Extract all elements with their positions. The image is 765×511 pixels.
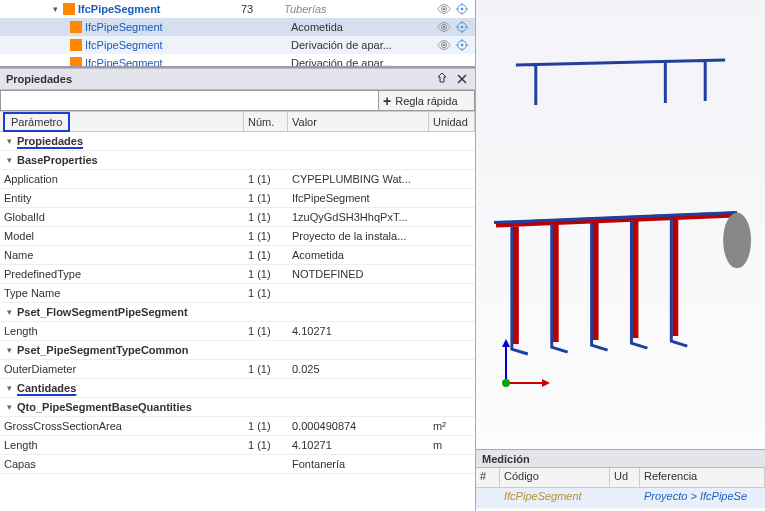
svg-point-23 xyxy=(723,213,751,269)
group-row-propiedades[interactable]: ▾Propiedades xyxy=(0,132,475,151)
tree-desc: Acometida xyxy=(291,21,434,33)
tree-row[interactable]: IfcPipeSegment Derivación de apar... xyxy=(0,54,475,68)
col-num-header[interactable]: Núm. xyxy=(244,112,288,131)
tree-panel: ▾ IfcPipeSegment 73 Tuberías IfcPipeSegm… xyxy=(0,0,475,68)
chevron-down-icon[interactable]: ▾ xyxy=(4,155,14,165)
prop-row[interactable]: Model 1 (1) Proyecto de la instala... xyxy=(0,227,475,246)
prop-row[interactable]: GlobalId 1 (1) 1zuQyGdSH3HhqPxT... xyxy=(0,208,475,227)
tree-label: IfcPipeSegment xyxy=(85,39,245,51)
properties-header: Parámetro Núm. Valor Unidad xyxy=(0,112,475,132)
col-hash[interactable]: # xyxy=(476,468,500,487)
tree-desc: Derivación de apar... xyxy=(291,39,434,51)
col-code[interactable]: Código xyxy=(500,468,610,487)
target-icon[interactable] xyxy=(455,38,469,52)
group-row-baseprops[interactable]: ▾BaseProperties xyxy=(0,151,475,170)
col-ref[interactable]: Referencia xyxy=(640,468,765,487)
chevron-down-icon[interactable]: ▾ xyxy=(4,402,14,412)
prop-row[interactable]: Name 1 (1) Acometida xyxy=(0,246,475,265)
col-val-header[interactable]: Valor xyxy=(288,112,429,131)
group-row-qtobase[interactable]: ▾Qto_PipeSegmentBaseQuantities xyxy=(0,398,475,417)
visibility-icon[interactable] xyxy=(437,20,451,34)
svg-marker-27 xyxy=(542,379,550,387)
group-row-psettype[interactable]: ▾Pset_PipeSegmentTypeCommon xyxy=(0,341,475,360)
tree-row[interactable]: IfcPipeSegment Acometida xyxy=(0,18,475,36)
entity-icon xyxy=(70,39,82,51)
filter-input[interactable] xyxy=(0,90,379,111)
tree-label: IfcPipeSegment xyxy=(85,57,245,68)
medicion-panel: Medición # Código Ud Referencia IfcPipeS… xyxy=(476,449,765,511)
panel-title: Propiedades xyxy=(6,73,72,85)
quick-rule-button[interactable]: + Regla rápida xyxy=(379,90,475,111)
svg-point-14 xyxy=(443,44,446,47)
close-icon[interactable] xyxy=(455,72,469,86)
axis-gizmo-icon xyxy=(492,337,552,397)
med-ref: Proyecto > IfcPipeSe xyxy=(640,488,765,508)
prop-row[interactable]: Type Name 1 (1) xyxy=(0,284,475,303)
prop-row[interactable]: Length 1 (1) 4.10271 m xyxy=(0,436,475,455)
prop-row[interactable]: Length 1 (1) 4.10271 xyxy=(0,322,475,341)
entity-icon xyxy=(70,57,82,68)
visibility-icon[interactable] xyxy=(437,38,451,52)
entity-icon xyxy=(70,21,82,33)
visibility-icon[interactable] xyxy=(437,2,451,16)
medicion-columns: # Código Ud Referencia xyxy=(476,468,765,488)
tree-row[interactable]: ▾ IfcPipeSegment 73 Tuberías xyxy=(0,0,475,18)
col-ud[interactable]: Ud xyxy=(610,468,640,487)
target-icon[interactable] xyxy=(455,2,469,16)
svg-point-9 xyxy=(461,26,464,29)
target-icon[interactable] xyxy=(455,20,469,34)
svg-point-2 xyxy=(461,8,464,11)
3d-viewport[interactable] xyxy=(476,0,765,449)
group-row-psetflow[interactable]: ▾Pset_FlowSegmentPipeSegment xyxy=(0,303,475,322)
col-param-header[interactable]: Parámetro xyxy=(3,112,70,132)
svg-marker-25 xyxy=(502,339,510,347)
medicion-row[interactable]: IfcPipeSegment Proyecto > IfcPipeSe xyxy=(476,488,765,508)
prop-row[interactable]: Application 1 (1) CYPEPLUMBING Wat... xyxy=(0,170,475,189)
tree-desc: Tuberías xyxy=(284,3,434,15)
prop-row[interactable]: PredefinedType 1 (1) NOTDEFINED xyxy=(0,265,475,284)
svg-point-0 xyxy=(443,8,446,11)
group-row-cantidades[interactable]: ▾Cantidades xyxy=(0,379,475,398)
expander-icon[interactable]: ▾ xyxy=(50,4,60,14)
tree-row[interactable]: IfcPipeSegment Derivación de apar... xyxy=(0,36,475,54)
dock-icon[interactable] xyxy=(435,72,449,86)
chevron-down-icon[interactable]: ▾ xyxy=(4,307,14,317)
tree-desc: Derivación de apar... xyxy=(291,57,475,68)
prop-row[interactable]: Entity 1 (1) IfcPipeSegment xyxy=(0,189,475,208)
prop-row[interactable]: GrossCrossSectionArea 1 (1) 0.000490874 … xyxy=(0,417,475,436)
tree-count: 73 xyxy=(241,3,281,15)
properties-panel-header: Propiedades xyxy=(0,68,475,90)
filter-row: + Regla rápida xyxy=(0,90,475,112)
svg-point-16 xyxy=(461,44,464,47)
tree-label: IfcPipeSegment xyxy=(78,3,238,15)
properties-table[interactable]: Parámetro Núm. Valor Unidad ▾Propiedades… xyxy=(0,112,475,511)
quick-rule-label: Regla rápida xyxy=(395,95,457,107)
chevron-down-icon[interactable]: ▾ xyxy=(4,345,14,355)
svg-point-28 xyxy=(502,379,510,387)
group-row-capas[interactable]: Capas Fontanería xyxy=(0,455,475,474)
tree-label: IfcPipeSegment xyxy=(85,21,245,33)
col-unit-header[interactable]: Unidad xyxy=(429,112,475,131)
prop-row[interactable]: OuterDiameter 1 (1) 0.025 xyxy=(0,360,475,379)
medicion-title: Medición xyxy=(476,450,765,468)
plus-icon: + xyxy=(383,93,391,109)
chevron-down-icon[interactable]: ▾ xyxy=(4,383,14,393)
chevron-down-icon[interactable]: ▾ xyxy=(4,136,14,146)
med-code: IfcPipeSegment xyxy=(500,488,610,508)
entity-icon xyxy=(63,3,75,15)
svg-point-7 xyxy=(443,26,446,29)
